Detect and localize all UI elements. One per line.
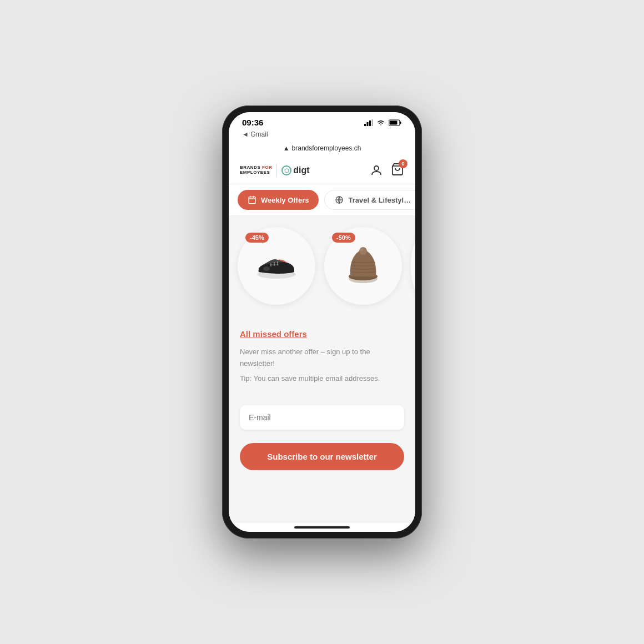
- svg-point-24: [360, 248, 363, 251]
- missed-offers-desc-2: Tip: You can save multiple email address…: [240, 373, 404, 385]
- globe-icon: [335, 195, 344, 204]
- brands-logo: BRANDS FOR EMPLOYEES: [240, 165, 272, 175]
- email-section: [229, 396, 415, 436]
- subscribe-button[interactable]: Subscribe to our newsletter: [240, 443, 404, 470]
- svg-point-7: [374, 166, 379, 170]
- tab-travel-lifestyle-label: Travel & Lifestyl…: [348, 196, 411, 204]
- home-indicator: [229, 523, 415, 532]
- product-shoe[interactable]: -45%: [238, 227, 315, 305]
- nav-tabs: Weekly Offers Travel & Lifestyl…: [229, 184, 415, 216]
- svg-rect-6: [390, 120, 398, 124]
- signal-icon: [364, 119, 373, 126]
- gmail-back[interactable]: ◄ Gmail: [229, 129, 415, 140]
- status-icons: [364, 119, 402, 126]
- back-label: ◄ Gmail: [242, 130, 268, 138]
- svg-rect-0: [364, 124, 366, 126]
- status-time: 09:36: [242, 118, 263, 127]
- phone-screen: 09:36: [229, 112, 415, 532]
- logo-area: BRANDS FOR EMPLOYEES ⬡ digt: [240, 164, 310, 177]
- hat-image: [341, 244, 385, 288]
- digt-icon: ⬡: [281, 165, 291, 175]
- tab-weekly-offers[interactable]: Weekly Offers: [238, 190, 319, 210]
- url-arrow-icon: ▲: [283, 144, 290, 152]
- missed-offers-desc-1: Never miss another offer – sign up to th…: [240, 346, 404, 370]
- cart-icon-wrap[interactable]: 0: [391, 163, 404, 178]
- missed-offers-link[interactable]: All missed offers: [240, 329, 307, 339]
- shoe-image: [254, 244, 299, 288]
- main-content: -45%: [229, 216, 415, 523]
- site-header: BRANDS FOR EMPLOYEES ⬡ digt: [229, 157, 415, 184]
- calendar-icon: [248, 195, 256, 204]
- wifi-icon: [376, 119, 385, 126]
- status-bar: 09:36: [229, 112, 415, 129]
- digt-logo: ⬡ digt: [281, 165, 309, 175]
- discount-badge-shoe: -45%: [245, 233, 269, 243]
- products-row: -45%: [229, 216, 415, 318]
- subscribe-section: Subscribe to our newsletter: [229, 436, 415, 481]
- battery-icon: [389, 119, 402, 126]
- tab-weekly-offers-label: Weekly Offers: [261, 196, 309, 204]
- logo-divider: [276, 164, 277, 177]
- product-hat[interactable]: -50%: [324, 227, 402, 305]
- missed-offers-section: All missed offers Never miss another off…: [229, 318, 415, 396]
- tab-travel-lifestyle[interactable]: Travel & Lifestyl…: [324, 190, 415, 210]
- user-icon[interactable]: [370, 164, 383, 177]
- email-input[interactable]: [240, 405, 404, 430]
- svg-rect-3: [372, 119, 374, 126]
- svg-point-16: [263, 266, 270, 271]
- digt-text: digt: [293, 165, 309, 175]
- svg-rect-9: [249, 197, 255, 204]
- discount-badge-hat: -50%: [332, 233, 355, 243]
- home-bar: [294, 526, 350, 529]
- svg-rect-2: [369, 120, 371, 126]
- svg-rect-5: [400, 122, 401, 124]
- url-bar[interactable]: ▲ brandsforemployees.ch: [229, 140, 415, 157]
- svg-rect-1: [367, 122, 369, 126]
- phone-device: 09:36: [222, 105, 422, 539]
- shoe-icon: [254, 251, 299, 281]
- cart-badge: 0: [399, 159, 407, 168]
- url-text: brandsforemployees.ch: [292, 144, 361, 152]
- hat-icon: [344, 246, 383, 285]
- header-actions: 0: [370, 163, 404, 178]
